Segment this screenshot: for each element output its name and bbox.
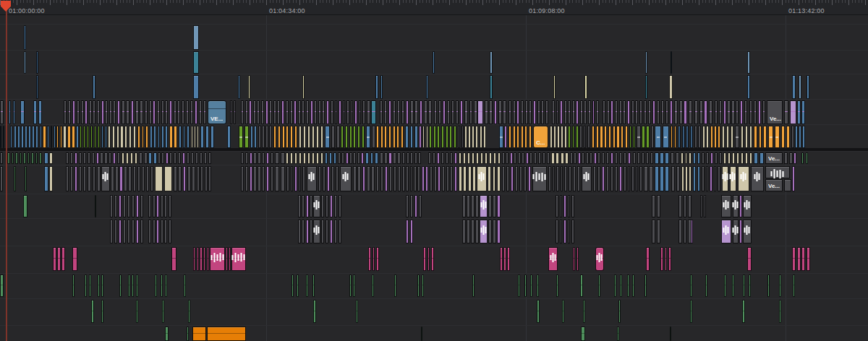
clip-gray[interactable] <box>195 152 198 164</box>
clip-gray[interactable] <box>727 100 730 124</box>
clip-blue[interactable] <box>200 126 204 148</box>
clip-gray[interactable] <box>140 195 143 217</box>
clip-tan[interactable] <box>488 166 491 191</box>
clip-gray[interactable] <box>428 100 432 124</box>
clip-gray[interactable] <box>694 126 697 148</box>
clip-mgreen[interactable] <box>530 275 532 297</box>
clip-gray[interactable] <box>109 152 111 164</box>
clip-gray[interactable] <box>153 195 156 217</box>
clip-gray[interactable] <box>410 152 413 164</box>
clip-purple[interactable] <box>75 152 77 164</box>
clip-tan[interactable] <box>63 126 67 148</box>
clip-gray[interactable] <box>174 100 176 124</box>
clip-gray[interactable] <box>582 166 592 191</box>
clip-orange[interactable]: C... <box>533 126 548 148</box>
clip-gray[interactable] <box>639 100 642 124</box>
clip-purple[interactable] <box>419 126 422 148</box>
clip-gray[interactable] <box>498 100 502 124</box>
clip-orange[interactable] <box>174 126 177 148</box>
clip-mgreen[interactable] <box>690 275 692 297</box>
clip-gray[interactable] <box>424 100 427 124</box>
clip-gray[interactable] <box>275 152 279 164</box>
clip-gray[interactable] <box>552 100 555 124</box>
clip-gray[interactable] <box>744 100 747 124</box>
clip-gray[interactable] <box>393 152 396 164</box>
clip-mgreen[interactable] <box>806 152 808 164</box>
clip-gray[interactable] <box>718 166 720 191</box>
clip-gray[interactable] <box>784 100 788 124</box>
clip-purple[interactable] <box>294 166 297 191</box>
clip-purple[interactable] <box>516 100 519 124</box>
clip-orange[interactable] <box>710 126 713 148</box>
clip-green[interactable] <box>441 126 444 148</box>
clip-gray[interactable] <box>469 100 473 124</box>
clip-tan[interactable] <box>732 152 735 164</box>
clip-gray[interactable] <box>700 195 702 217</box>
clip-teal[interactable] <box>645 75 647 99</box>
clip-tan[interactable] <box>731 126 733 148</box>
clip-gray[interactable] <box>384 100 387 124</box>
clip-gray[interactable] <box>607 100 610 124</box>
clip-gray[interactable] <box>751 166 764 191</box>
clip-teal[interactable] <box>193 51 199 74</box>
clip-tan[interactable] <box>316 126 319 148</box>
clip-gray[interactable] <box>190 100 193 124</box>
clip-purple[interactable] <box>710 152 713 164</box>
clip-tan[interactable] <box>312 152 315 164</box>
clip-purple[interactable] <box>406 220 409 243</box>
clip-gray[interactable] <box>547 152 550 164</box>
clip-gray[interactable] <box>68 100 71 124</box>
clip-gray[interactable] <box>334 220 337 243</box>
clip-gray[interactable] <box>568 100 571 124</box>
clip-purple[interactable] <box>101 100 104 124</box>
clip-orange[interactable] <box>145 126 148 148</box>
clip-blue[interactable] <box>410 126 414 148</box>
clip-orange[interactable] <box>625 126 628 148</box>
clip-gray[interactable] <box>532 166 547 191</box>
clip-pink[interactable] <box>747 247 752 271</box>
clip-mgreen[interactable] <box>690 300 692 323</box>
clip-gray[interactable] <box>114 195 117 217</box>
clip-orange[interactable] <box>714 126 717 148</box>
clip-tan[interactable] <box>459 166 462 191</box>
clip-purple[interactable] <box>610 152 613 164</box>
clip-mgreen[interactable] <box>187 327 189 341</box>
clip-blue[interactable] <box>25 126 27 148</box>
clip-tan[interactable] <box>303 152 306 164</box>
clip-tan[interactable] <box>736 152 739 164</box>
clip-blueL[interactable] <box>193 25 199 50</box>
clip-pink[interactable] <box>427 247 430 271</box>
clip-gray[interactable] <box>537 100 540 124</box>
clip-orange[interactable] <box>516 126 519 148</box>
clip-blue[interactable] <box>187 126 190 148</box>
clip-mgreen[interactable] <box>292 275 294 297</box>
clip-purple[interactable] <box>425 166 428 191</box>
clip-blue[interactable] <box>101 126 103 148</box>
clip-gray[interactable] <box>286 166 289 191</box>
clip-mgreen[interactable] <box>580 275 583 297</box>
clip-dgreen[interactable] <box>27 152 30 164</box>
clip-gray[interactable] <box>133 166 137 191</box>
clip-tan[interactable] <box>557 126 560 148</box>
clip-blue[interactable] <box>665 152 669 164</box>
clip-py[interactable] <box>302 75 305 99</box>
clip-orange[interactable] <box>376 126 379 148</box>
clip-clipblue[interactable]: VE... <box>208 100 226 124</box>
clip-pink[interactable] <box>548 247 558 271</box>
clip-gray[interactable] <box>230 100 232 124</box>
clip-lav[interactable] <box>480 195 488 217</box>
clip-gray[interactable] <box>351 100 354 124</box>
clip-tan[interactable] <box>463 152 466 164</box>
clip-gray[interactable] <box>450 152 453 164</box>
clip-gray[interactable] <box>574 152 576 164</box>
clip-gray[interactable] <box>619 100 622 124</box>
clip-pink[interactable] <box>57 247 61 271</box>
clip-blue[interactable] <box>499 126 503 148</box>
clip-purple[interactable] <box>310 100 313 124</box>
clip-gray[interactable] <box>624 166 626 191</box>
clip-green[interactable] <box>449 126 452 148</box>
clip-orange[interactable] <box>393 126 396 148</box>
clip-tan[interactable] <box>320 126 323 148</box>
clip-blue[interactable] <box>414 126 418 148</box>
clip-tan[interactable] <box>307 126 310 148</box>
